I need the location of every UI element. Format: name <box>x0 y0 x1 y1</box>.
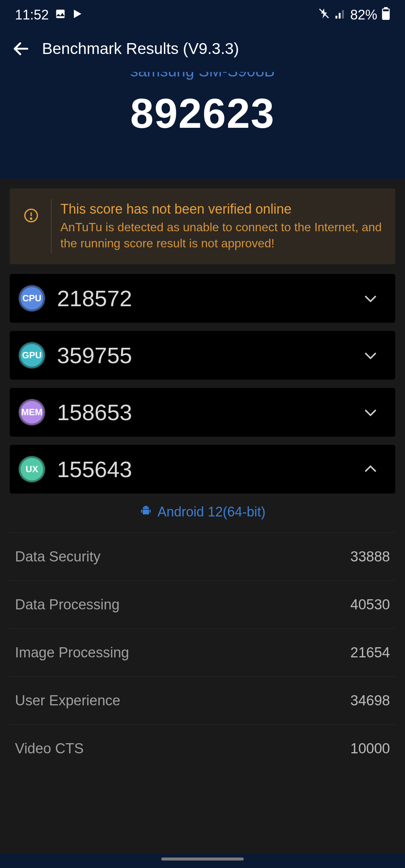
score-card-gpu[interactable]: GPU 359755 <box>10 331 395 380</box>
gpu-badge: GPU <box>19 342 45 368</box>
svg-rect-2 <box>335 16 337 19</box>
detail-label: Image Processing <box>15 645 129 661</box>
detail-row-data-processing: Data Processing 40530 <box>10 581 395 629</box>
svg-point-12 <box>144 507 145 508</box>
detail-row-image-processing: Image Processing 21654 <box>10 629 395 676</box>
warning-divider <box>51 199 51 254</box>
android-row: Android 12(64-bit) <box>10 494 395 533</box>
chevron-up-icon <box>361 459 380 479</box>
back-button[interactable] <box>11 39 31 58</box>
svg-rect-14 <box>142 510 149 515</box>
detail-label: User Experience <box>15 693 120 709</box>
score-card-ux[interactable]: UX 155643 <box>10 445 395 494</box>
chevron-down-icon <box>361 346 380 365</box>
detail-label: Data Security <box>15 549 100 565</box>
signal-icon <box>334 7 346 23</box>
detail-value: 40530 <box>350 597 390 613</box>
clock: 11:52 <box>15 7 49 23</box>
cpu-badge: CPU <box>19 285 45 311</box>
detail-row-data-security: Data Security 33888 <box>10 533 395 581</box>
svg-rect-6 <box>384 7 388 9</box>
content-area: This score has not been verified online … <box>0 179 405 853</box>
detail-row-video-cts: Video CTS 10000 <box>10 724 395 772</box>
battery-percent: 82% <box>350 7 377 23</box>
status-right: 82% <box>318 7 390 23</box>
svg-point-13 <box>147 507 148 508</box>
mem-score: 158653 <box>57 400 349 425</box>
android-icon <box>140 505 152 519</box>
detail-value: 10000 <box>350 741 390 757</box>
vibrate-icon <box>318 7 330 23</box>
home-indicator[interactable] <box>161 858 244 861</box>
svg-point-11 <box>30 218 32 219</box>
page-title: Benchmark Results (V9.3.3) <box>42 40 239 58</box>
play-store-icon <box>72 7 83 23</box>
svg-rect-16 <box>150 510 151 513</box>
status-bar: 11:52 82% <box>0 0 405 30</box>
cpu-score: 218572 <box>57 286 349 311</box>
gallery-icon <box>55 7 66 23</box>
detail-label: Data Processing <box>15 597 120 613</box>
svg-rect-3 <box>339 13 340 19</box>
ux-badge: UX <box>19 456 45 482</box>
detail-row-user-experience: User Experience 34698 <box>10 676 395 724</box>
battery-icon <box>382 7 390 23</box>
ux-score: 155643 <box>57 456 349 482</box>
warning-title: This score has not been verified online <box>60 201 385 217</box>
score-header: samsung SM-S908B 892623 <box>0 62 405 179</box>
score-card-mem[interactable]: MEM 158653 <box>10 388 395 437</box>
chevron-down-icon <box>361 289 380 308</box>
detail-value: 34698 <box>350 693 390 709</box>
svg-rect-4 <box>342 10 344 19</box>
status-left: 11:52 <box>15 7 83 23</box>
warning-icon <box>24 208 39 224</box>
warning-body: AnTuTu is detected as unable to connect … <box>60 219 385 251</box>
svg-rect-15 <box>141 510 142 513</box>
total-score: 892623 <box>0 89 405 138</box>
score-card-cpu[interactable]: CPU 218572 <box>10 274 395 323</box>
detail-value: 21654 <box>350 645 390 661</box>
svg-rect-0 <box>56 10 65 18</box>
warning-card: This score has not been verified online … <box>10 189 395 264</box>
svg-rect-7 <box>383 9 388 11</box>
android-label: Android 12(64-bit) <box>158 504 266 520</box>
detail-label: Video CTS <box>15 741 84 757</box>
detail-value: 33888 <box>350 549 390 565</box>
gpu-score: 359755 <box>57 343 349 368</box>
mem-badge: MEM <box>19 399 45 425</box>
device-name: samsung SM-S908B <box>0 62 405 80</box>
chevron-down-icon <box>361 403 380 422</box>
